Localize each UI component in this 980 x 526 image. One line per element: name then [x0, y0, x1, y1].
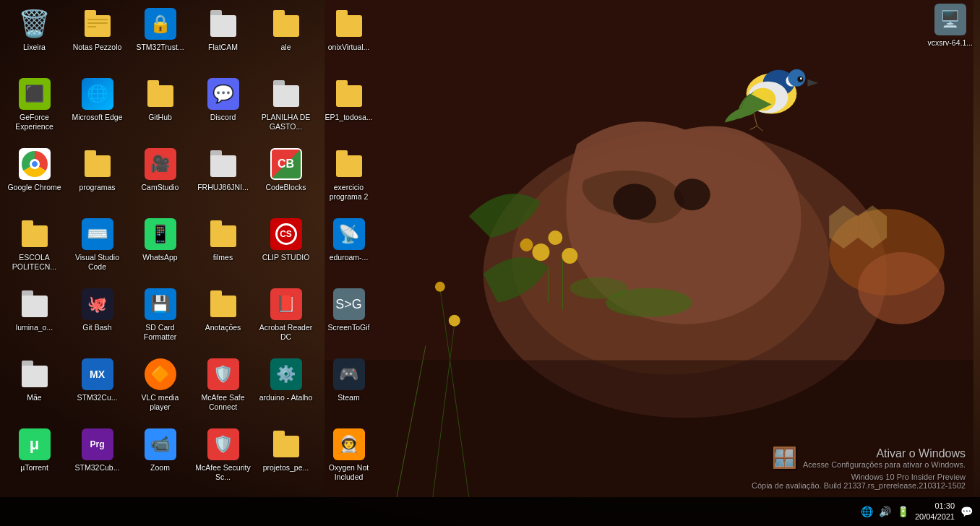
filmes-icon [207, 218, 239, 250]
steam-label: Steam [338, 393, 359, 402]
icon-anotacoes[interactable]: Anotações [192, 284, 254, 353]
discord-icon: 💬 [207, 78, 239, 110]
icon-vscode[interactable]: ⌨️ Visual Studio Code [66, 214, 128, 283]
icon-lumina[interactable]: lumina_o... [4, 284, 65, 353]
icon-oxygen[interactable]: 👨‍🚀 Oxygen Not Included [318, 424, 379, 493]
icon-arduino[interactable]: ⚙️ arduino - Atalho [255, 354, 317, 423]
icon-programas[interactable]: programas [66, 144, 128, 212]
notas-label: Notas Pezzolo [73, 43, 122, 52]
filmes-label: filmes [213, 253, 233, 262]
vscode-label: Visual Studio Code [69, 253, 125, 271]
anotacoes-label: Anotações [205, 323, 241, 332]
icon-vlc[interactable]: 🔶 VLC media player [129, 354, 191, 423]
desktop-icon-grid: 🗑️ Lixeira Notas Pezzolo 🔒 STM32Trust...… [0, 0, 397, 526]
icon-git-bash[interactable]: 🐙 Git Bash [66, 284, 128, 353]
clock-date: 20/04/2021 [915, 512, 955, 522]
zoom-icon: 📹 [145, 428, 176, 460]
icon-eduroam[interactable]: 📡 eduroam-... [318, 214, 379, 283]
stm32cu-label: STM32Cu... [77, 393, 117, 402]
stm32cu-icon: MX [82, 358, 113, 390]
anotacoes-icon [207, 288, 239, 320]
utorrent-label: µTorrent [20, 463, 48, 473]
icon-planilha[interactable]: PLANILHA DE GASTO... [255, 74, 317, 142]
exercicio-label: exercicio programa 2 [321, 183, 377, 201]
speaker-icon[interactable]: 🔊 [879, 506, 891, 517]
taskbar: 🌐 🔊 🔋 01:30 20/04/2021 💬 [0, 497, 980, 526]
whatsapp-label: WhatsApp [142, 253, 177, 262]
icon-ep1[interactable]: EP1_todosa... [318, 74, 379, 142]
planilha-icon [270, 78, 302, 110]
icon-zoom[interactable]: 📹 Zoom [129, 424, 191, 493]
icon-projetos[interactable]: projetos_pe... [255, 424, 317, 493]
icon-utorrent[interactable]: μ µTorrent [4, 424, 65, 493]
icon-clip-studio[interactable]: CS CLIP STUDIO [255, 214, 317, 283]
arduino-label: arduino - Atalho [259, 393, 313, 402]
stm32trust-icon: 🔒 [145, 8, 176, 40]
windows-watermark: 🪟 Ativar o Windows Acesse Configurações … [752, 446, 966, 490]
clip-studio-icon: CS [270, 218, 302, 250]
icon-geforce[interactable]: ⬛ GeForce Experience [4, 74, 65, 142]
vlc-icon: 🔶 [145, 358, 176, 390]
ale-label: ale [280, 43, 291, 52]
activate-subtitle: Acesse Configurações para ativar o Windo… [803, 460, 966, 469]
vcxsrv-label: vcxsrv-64.1... [928, 38, 973, 48]
icon-onix[interactable]: onixVirtual... [318, 4, 379, 72]
icon-frhuj[interactable]: FRHUJ86JNI... [192, 144, 254, 212]
win-build: Cópia de avaliação. Build 21337.rs_prere… [752, 481, 966, 490]
eduroam-label: eduroam-... [330, 253, 369, 262]
ep1-icon [333, 78, 365, 110]
codeblocks-icon: CB [270, 148, 302, 180]
onix-icon [333, 8, 365, 40]
icon-exercicio[interactable]: exercicio programa 2 [318, 144, 379, 212]
taskbar-clock[interactable]: 01:30 20/04/2021 [915, 501, 955, 523]
icon-ale[interactable]: ale [255, 4, 317, 72]
icon-codeblocks[interactable]: CB CodeBlocks [255, 144, 317, 212]
ale-icon [270, 8, 302, 40]
icon-mcafee-sec[interactable]: 🛡️ McAfee Security Sc... [192, 424, 254, 493]
clock-time: 01:30 [915, 501, 955, 512]
icon-stm32cub2[interactable]: Prg STM32Cub... [66, 424, 128, 493]
vcxsrv-icon: 🖥️ [934, 4, 966, 35]
chrome-label: Google Chrome [7, 183, 61, 192]
vlc-label: VLC media player [132, 393, 188, 411]
icon-chrome[interactable]: Google Chrome [4, 144, 65, 212]
lumina-icon [19, 288, 51, 320]
svg-point-7 [562, 248, 577, 264]
icon-mae[interactable]: Mãe [4, 354, 65, 423]
icon-stm32trust[interactable]: 🔒 STM32Trust... [129, 4, 191, 72]
icon-steam[interactable]: 🎮 Steam [318, 354, 379, 423]
icon-whatsapp[interactable]: 📱 WhatsApp [129, 214, 191, 283]
icon-sd-card[interactable]: 💾 SD Card Formatter [129, 284, 191, 353]
mcafee-sec-icon: 🛡️ [207, 428, 239, 460]
top-right-vcxsrv[interactable]: 🖥️ vcxsrv-64.1... [928, 4, 973, 48]
ms-edge-label: Microsoft Edge [72, 113, 122, 122]
icon-camstudio[interactable]: 🎥 CamStudio [129, 144, 191, 212]
icon-lixeira[interactable]: 🗑️ Lixeira [4, 4, 65, 72]
notification-icon[interactable]: 💬 [960, 506, 973, 517]
icon-github[interactable]: GitHub [129, 74, 191, 142]
icon-mcafee-safe[interactable]: 🛡️ McAfee Safe Connect [192, 354, 254, 423]
icon-stm32cu[interactable]: MX STM32Cu... [66, 354, 128, 423]
icon-escola[interactable]: ESCOLA POLITECN... [4, 214, 65, 283]
escola-label: ESCOLA POLITECN... [7, 253, 62, 271]
discord-label: Discord [210, 113, 236, 122]
planilha-label: PLANILHA DE GASTO... [258, 113, 314, 131]
icon-discord[interactable]: 💬 Discord [192, 74, 254, 142]
icon-notas-pezzolo[interactable]: Notas Pezzolo [66, 4, 128, 72]
wallpaper-scene [318, 0, 980, 497]
windows-logo-icon: 🪟 [772, 446, 797, 470]
svg-point-23 [858, 252, 945, 324]
icon-filmes[interactable]: filmes [192, 214, 254, 283]
mae-label: Mãe [27, 393, 41, 402]
icon-acrobat[interactable]: 📕 Acrobat Reader DC [255, 284, 317, 353]
taskbar-right-area: 🌐 🔊 🔋 01:30 20/04/2021 💬 [854, 497, 980, 526]
svg-point-29 [435, 282, 445, 292]
activate-title: Ativar o Windows [803, 447, 966, 460]
icon-flatcam[interactable]: FlatCAM [192, 4, 254, 72]
camstudio-icon: 🎥 [145, 148, 176, 180]
icon-ms-edge[interactable]: 🌐 Microsoft Edge [66, 74, 128, 142]
icon-screentogif[interactable]: S>G ScreenToGif [318, 284, 379, 353]
network-icon[interactable]: 🌐 [861, 506, 873, 517]
whatsapp-icon: 📱 [145, 218, 176, 250]
battery-icon[interactable]: 🔋 [897, 506, 909, 517]
